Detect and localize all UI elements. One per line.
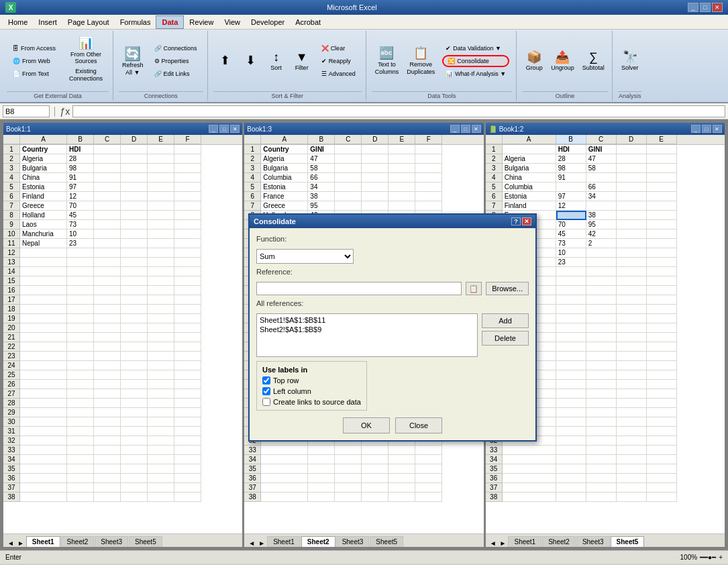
wb3-minimize[interactable]: _ [450, 125, 460, 133]
table-cell[interactable] [556, 267, 586, 276]
dialog-close-icon-btn[interactable]: ✕ [522, 217, 531, 225]
menu-developer[interactable]: Developer [246, 15, 290, 29]
table-cell[interactable] [148, 493, 174, 502]
table-cell[interactable] [617, 389, 647, 399]
solver-btn[interactable]: 🔭 Solver [618, 41, 642, 81]
table-cell[interactable] [174, 483, 201, 493]
table-cell[interactable] [617, 220, 647, 229]
table-cell[interactable] [148, 276, 174, 286]
table-cell[interactable] [67, 361, 94, 370]
reference-input[interactable] [256, 282, 462, 295]
table-cell[interactable] [148, 380, 174, 389]
table-cell[interactable]: Finland [20, 192, 67, 201]
table-cell[interactable] [67, 258, 94, 267]
table-cell[interactable] [148, 220, 174, 229]
table-cell[interactable] [67, 295, 94, 305]
table-cell[interactable]: Finland [503, 201, 556, 211]
table-cell[interactable] [121, 267, 148, 276]
consolidate-btn[interactable]: 🔀 Consolidate [442, 55, 509, 67]
table-cell[interactable] [174, 436, 201, 446]
table-cell[interactable] [362, 145, 388, 154]
table-cell[interactable] [308, 474, 335, 483]
table-cell[interactable] [94, 436, 121, 446]
wb2-tab-sheet3[interactable]: Sheet3 [576, 536, 610, 547]
table-cell[interactable] [617, 493, 647, 502]
table-cell[interactable]: 97 [556, 192, 586, 201]
wb3-tab-sheet2[interactable]: Sheet2 [301, 536, 335, 547]
wb3-col-f[interactable]: F [415, 135, 442, 144]
refresh-all-btn[interactable]: 🔄 RefreshAll ▼ [119, 41, 147, 81]
table-cell[interactable] [20, 323, 67, 333]
table-cell[interactable] [94, 380, 121, 389]
table-cell[interactable] [586, 474, 617, 483]
table-cell[interactable] [617, 201, 647, 211]
table-cell[interactable] [20, 333, 67, 342]
table-cell[interactable] [148, 267, 174, 276]
table-cell[interactable] [647, 323, 677, 333]
table-cell[interactable] [617, 436, 647, 446]
table-cell[interactable] [617, 464, 647, 474]
table-cell[interactable] [586, 380, 617, 389]
table-cell[interactable] [174, 229, 201, 239]
table-cell[interactable]: 45 [67, 211, 94, 220]
table-cell[interactable] [647, 408, 677, 417]
table-cell[interactable] [503, 455, 556, 464]
table-cell[interactable] [647, 342, 677, 352]
table-cell[interactable] [415, 474, 442, 483]
ungroup-btn[interactable]: 📤 Ungroup [548, 41, 578, 81]
table-cell[interactable]: Manchuria [20, 229, 67, 239]
table-cell[interactable] [335, 145, 362, 154]
table-cell[interactable] [121, 436, 148, 446]
wb2-tab-sheet1[interactable]: Sheet1 [508, 536, 541, 547]
table-cell[interactable] [647, 417, 677, 427]
table-cell[interactable] [556, 417, 586, 427]
table-cell[interactable] [94, 201, 121, 211]
table-cell[interactable] [20, 305, 67, 314]
table-cell[interactable] [617, 145, 647, 154]
table-cell[interactable] [20, 493, 67, 502]
table-cell[interactable] [148, 446, 174, 455]
subtotal-btn[interactable]: ∑ Subtotal [579, 41, 608, 81]
table-cell[interactable]: Laos [20, 220, 67, 229]
table-cell[interactable] [148, 474, 174, 483]
table-cell[interactable] [617, 427, 647, 436]
table-cell[interactable] [20, 455, 67, 464]
wb3-col-b[interactable]: B [308, 135, 335, 144]
table-cell[interactable] [121, 258, 148, 267]
table-cell[interactable]: 12 [67, 192, 94, 201]
table-cell[interactable] [20, 483, 67, 493]
table-cell[interactable] [556, 342, 586, 352]
table-cell[interactable] [556, 493, 586, 502]
table-cell[interactable] [586, 333, 617, 342]
table-cell[interactable] [335, 183, 362, 192]
table-cell[interactable] [647, 455, 677, 464]
table-cell[interactable] [335, 493, 362, 502]
table-cell[interactable] [335, 164, 362, 173]
table-cell[interactable] [362, 474, 388, 483]
table-cell[interactable] [617, 342, 647, 352]
table-cell[interactable] [148, 201, 174, 211]
connections-btn[interactable]: 🔗 Connections [151, 42, 201, 54]
table-cell[interactable] [586, 464, 617, 474]
table-cell[interactable]: 10 [67, 229, 94, 239]
table-cell[interactable]: 73 [67, 220, 94, 229]
table-cell[interactable]: France [261, 192, 308, 201]
table-cell[interactable] [415, 464, 442, 474]
table-cell[interactable] [174, 220, 201, 229]
table-cell[interactable] [121, 314, 148, 323]
references-list[interactable]: Sheet1!$A$1:$B$11 Sheet2!$A$1:$B$9 [256, 313, 478, 357]
table-cell[interactable] [67, 380, 94, 389]
table-cell[interactable]: 66 [308, 173, 335, 183]
table-cell[interactable] [388, 173, 415, 183]
table-cell[interactable] [586, 342, 617, 352]
table-cell[interactable] [174, 333, 201, 342]
table-cell[interactable] [121, 286, 148, 295]
table-cell[interactable] [20, 446, 67, 455]
table-cell[interactable]: 66 [586, 183, 617, 192]
table-cell[interactable] [148, 295, 174, 305]
table-cell[interactable] [415, 164, 442, 173]
wb3-col-e[interactable]: E [388, 135, 415, 144]
table-cell[interactable] [503, 493, 556, 502]
table-cell[interactable]: GINI [586, 145, 617, 154]
table-cell[interactable] [556, 314, 586, 323]
